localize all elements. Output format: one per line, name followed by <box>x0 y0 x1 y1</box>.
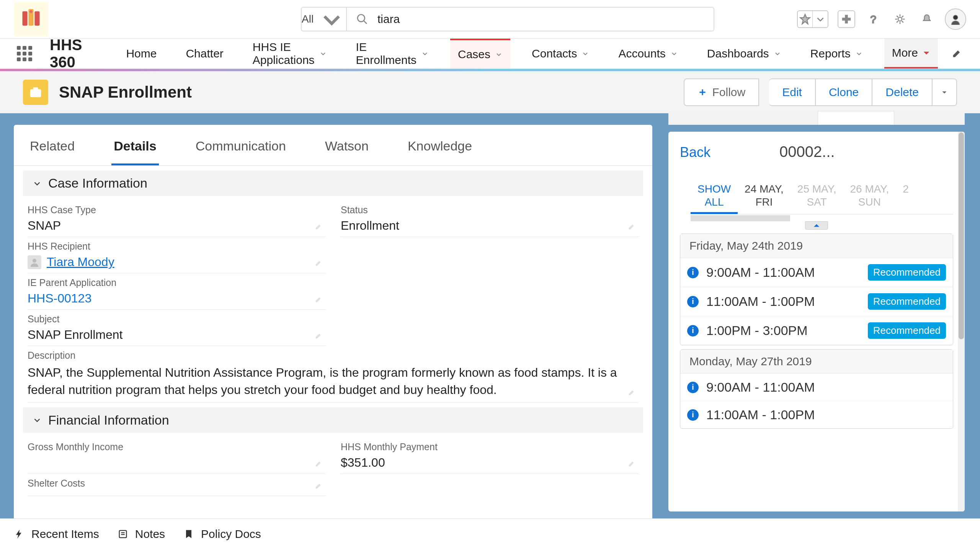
date-tab[interactable]: 2 <box>896 179 916 214</box>
time-slot[interactable]: i1:00PM - 3:00PMRecommended <box>680 316 953 345</box>
scheduler-column: Back 00002... SHOW ALL 24 MAY, FRI25 MAY… <box>666 113 980 549</box>
nav-contacts[interactable]: Contacts <box>524 39 597 69</box>
nav-hhs-ie-applications[interactable]: HHS IE Applications <box>245 39 335 69</box>
section-case-information[interactable]: Case Information <box>23 170 643 196</box>
field-status: Status Enrollment <box>341 201 639 237</box>
svg-rect-11 <box>30 89 41 97</box>
time-slot[interactable]: i11:00AM - 1:00PMRecommended <box>680 287 953 316</box>
recommended-badge: Recommended <box>868 264 946 281</box>
edit-field-icon[interactable] <box>315 258 323 268</box>
svg-point-15 <box>33 259 36 263</box>
global-add-button[interactable] <box>838 10 855 28</box>
record-title: SNAP Enrollment <box>59 83 192 101</box>
global-search: All <box>301 7 714 31</box>
delete-button[interactable]: Delete <box>872 78 933 106</box>
day-block: Friday, May 24th 2019i9:00AM - 11:00AMRe… <box>680 234 953 345</box>
svg-rect-7 <box>843 18 850 20</box>
day-block: Monday, May 27th 2019i9:00AM - 11:00AMi1… <box>680 349 953 429</box>
global-header: All ? <box>0 0 980 38</box>
date-tab[interactable]: 25 MAY, SAT <box>791 179 843 214</box>
date-tab[interactable]: 26 MAY, SUN <box>843 179 896 214</box>
date-tabs: SHOW ALL 24 MAY, FRI25 MAY, SAT26 MAY, S… <box>691 179 953 214</box>
tab-knowledge[interactable]: Knowledge <box>405 135 474 165</box>
time-slot[interactable]: i9:00AM - 11:00AMRecommended <box>680 258 953 287</box>
parent-app-link[interactable]: HHS-00123 <box>28 291 325 306</box>
svg-point-9 <box>898 17 902 21</box>
back-link[interactable]: Back <box>680 144 710 160</box>
edit-field-icon[interactable] <box>315 459 323 469</box>
scheduler-card: Back 00002... SHOW ALL 24 MAY, FRI25 MAY… <box>668 132 965 511</box>
horizontal-scrollbar[interactable] <box>691 215 790 221</box>
field-hhs-case-type: HHS Case Type SNAP <box>28 201 325 237</box>
nav-accounts[interactable]: Accounts <box>611 39 685 69</box>
scheduler-header: Back 00002... <box>680 143 953 160</box>
nav-dashboards[interactable]: Dashboards <box>699 39 789 69</box>
info-icon: i <box>687 409 699 421</box>
collapse-toggle[interactable] <box>805 221 828 230</box>
time-slot[interactable]: i11:00AM - 1:00PM <box>680 401 953 428</box>
nav-ie-enrollments[interactable]: IE Enrollments <box>348 39 436 69</box>
edit-field-icon[interactable] <box>628 459 636 469</box>
time-slot[interactable]: i9:00AM - 11:00AM <box>680 374 953 401</box>
plus-icon <box>841 13 852 25</box>
app-launcher-icon[interactable] <box>17 46 32 61</box>
slot-time: 9:00AM - 11:00AM <box>706 380 946 395</box>
gear-icon <box>894 13 906 25</box>
follow-button[interactable]: Follow <box>684 78 759 106</box>
svg-point-3 <box>358 15 365 22</box>
edit-field-icon[interactable] <box>315 331 323 341</box>
scrollbar-thumb[interactable] <box>959 132 964 339</box>
chevron-down-icon <box>421 47 429 60</box>
setup-button[interactable] <box>891 10 909 28</box>
search-scope-dropdown[interactable]: All <box>301 7 347 31</box>
search-scope-label: All <box>302 13 314 25</box>
utility-policy-docs[interactable]: Policy Docs <box>183 528 261 541</box>
edit-field-icon[interactable] <box>315 481 323 491</box>
tab-communication[interactable]: Communication <box>193 135 288 165</box>
nav-reports[interactable]: Reports <box>803 39 871 69</box>
date-tab-show-all[interactable]: SHOW ALL <box>691 179 738 214</box>
search-input[interactable] <box>377 13 704 26</box>
field-hhs-monthly-payment: HHS Monthly Payment $351.00 <box>341 438 639 474</box>
edit-button[interactable]: Edit <box>769 78 816 106</box>
vertical-scrollbar[interactable] <box>958 132 965 511</box>
recipient-link[interactable]: Tiara Moody <box>47 255 114 269</box>
nav-home[interactable]: Home <box>118 39 164 69</box>
utility-notes[interactable]: Notes <box>118 528 165 541</box>
chevron-down-icon <box>815 13 826 25</box>
tab-related[interactable]: Related <box>28 135 77 165</box>
right-tab-active[interactable] <box>818 111 894 125</box>
case-icon <box>23 80 48 105</box>
edit-field-icon[interactable] <box>315 222 323 232</box>
financial-fields: Gross Monthly Income HHS Monthly Payment… <box>14 433 652 496</box>
bookmark-icon <box>183 529 194 539</box>
svg-rect-0 <box>23 11 28 26</box>
utility-recent-items[interactable]: Recent Items <box>14 528 99 541</box>
nav-more[interactable]: More <box>884 39 938 69</box>
section-financial-information[interactable]: Financial Information <box>23 407 643 433</box>
tab-details[interactable]: Details <box>111 135 159 165</box>
tab-watson[interactable]: Watson <box>323 135 371 165</box>
info-icon: i <box>687 267 699 278</box>
favorites-button[interactable] <box>797 10 828 28</box>
edit-field-icon[interactable] <box>628 388 636 398</box>
chevron-down-icon <box>32 178 42 188</box>
svg-rect-2 <box>34 11 39 26</box>
svg-marker-5 <box>800 15 810 24</box>
utility-bar: Recent Items Notes Policy Docs <box>0 518 980 549</box>
clone-button[interactable]: Clone <box>816 78 872 106</box>
field-ie-parent-application: IE Parent Application HHS-00123 <box>28 273 325 310</box>
lightning-icon <box>14 529 24 539</box>
date-tab[interactable]: 24 MAY, FRI <box>738 179 791 214</box>
notifications-button[interactable] <box>918 10 936 28</box>
edit-field-icon[interactable] <box>628 222 636 232</box>
edit-field-icon[interactable] <box>315 295 323 305</box>
bell-icon <box>921 13 933 25</box>
more-actions-button[interactable] <box>933 78 957 106</box>
edit-nav-button[interactable] <box>952 47 963 60</box>
nav-cases[interactable]: Cases <box>450 39 510 69</box>
nav-chatter[interactable]: Chatter <box>178 39 231 69</box>
recommended-badge: Recommended <box>868 293 946 310</box>
user-avatar[interactable] <box>945 8 966 30</box>
help-button[interactable]: ? <box>864 10 882 28</box>
